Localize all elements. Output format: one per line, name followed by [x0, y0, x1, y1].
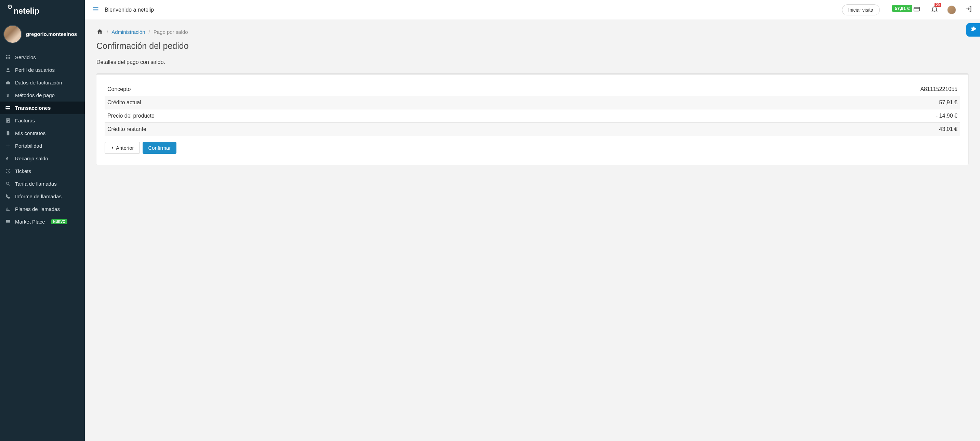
briefcase-icon	[5, 80, 11, 85]
row-value: 43,01 €	[578, 123, 960, 136]
svg-point-1	[9, 6, 10, 7]
sidebar-item-transacciones[interactable]: Transacciones	[0, 102, 85, 114]
sidebar-item-label: Informe de llamadas	[15, 194, 62, 199]
notification-badge: 20	[934, 3, 941, 7]
grid-icon	[5, 55, 11, 60]
topbar: Bienvenido a netelip Iniciar visita 57,9…	[85, 0, 980, 19]
svg-rect-23	[914, 7, 920, 11]
svg-rect-16	[5, 107, 10, 108]
svg-rect-10	[8, 58, 8, 59]
svg-rect-13	[6, 82, 10, 84]
plus-icon	[5, 143, 11, 148]
sidebar-item-planes-de-llamadas[interactable]: Planes de llamadas	[0, 203, 85, 215]
svg-rect-3	[6, 56, 7, 56]
sidebar-item-tickets[interactable]: ?Tickets	[0, 165, 85, 177]
dollar-icon: $	[5, 92, 11, 98]
help-icon: ?	[5, 169, 11, 174]
sidebar-item-label: Planes de llamadas	[15, 206, 60, 212]
row-label: Crédito actual	[105, 96, 578, 110]
brand-logo[interactable]: netelip	[0, 0, 85, 20]
previous-button[interactable]: Anterior	[105, 142, 140, 154]
start-visit-button[interactable]: Iniciar visita	[842, 5, 880, 15]
topbar-title: Bienvenido a netelip	[105, 7, 836, 13]
sidebar-item-recarga-saldo[interactable]: €Recarga saldo	[0, 152, 85, 165]
sidebar-item-label: Transacciones	[15, 105, 51, 111]
user-icon	[5, 67, 11, 72]
sidebar-item-tarifa-de-llamadas[interactable]: Tarifa de llamadas	[0, 177, 85, 190]
svg-text:?: ?	[7, 170, 9, 173]
file-icon	[5, 131, 11, 136]
sidebar-item-label: Datos de facturación	[15, 80, 62, 86]
order-card: ConceptoA81115221055Crédito actual57,91 …	[96, 73, 968, 165]
home-icon[interactable]	[96, 29, 103, 35]
table-row: Crédito actual57,91 €	[105, 96, 960, 110]
breadcrumb-separator: /	[107, 29, 108, 35]
table-row: Crédito restante43,01 €	[105, 123, 960, 136]
row-label: Precio del producto	[105, 110, 578, 123]
sidebar-item-label: Portabilidad	[15, 143, 42, 149]
svg-text:$: $	[6, 93, 9, 97]
page-title: Confirmación del pedido	[96, 41, 968, 51]
svg-rect-11	[9, 58, 10, 59]
breadcrumb-admin-link[interactable]: Administración	[111, 29, 145, 35]
sidebar-item-label: Market Place	[15, 219, 45, 224]
sidebar-item-portabilidad[interactable]: Portabilidad	[0, 140, 85, 152]
balance-badge[interactable]: 57,91 €	[892, 5, 912, 12]
sidebar-item-label: Tickets	[15, 168, 31, 174]
wallet-icon[interactable]	[913, 7, 921, 14]
sidebar-item-label: Perfil de usuarios	[15, 67, 55, 73]
svg-rect-7	[8, 57, 8, 58]
svg-point-12	[7, 68, 9, 70]
sidebar-item-market-place[interactable]: Market PlaceNUEVO	[0, 215, 85, 228]
user-area[interactable]: gregorio.montesinos	[0, 20, 85, 51]
svg-rect-5	[9, 56, 10, 56]
row-label: Crédito restante	[105, 123, 578, 136]
svg-text:€: €	[6, 156, 8, 161]
page-subtitle: Detalles del pago con saldo.	[96, 59, 968, 65]
avatar	[3, 25, 22, 43]
logout-icon[interactable]	[965, 5, 972, 14]
sidebar-item-label: Servicios	[15, 54, 36, 60]
monitor-icon	[5, 219, 11, 224]
svg-rect-15	[5, 106, 10, 110]
breadcrumb-current: Pago por saldo	[154, 29, 188, 35]
username: gregorio.montesinos	[26, 31, 77, 37]
row-value: 57,91 €	[578, 96, 960, 110]
euro-icon: €	[5, 156, 11, 161]
sidebar-item-label: Mis contratos	[15, 130, 46, 136]
sidebar-item-facturas[interactable]: Facturas	[0, 114, 85, 127]
table-row: Precio del producto- 14,90 €	[105, 110, 960, 123]
breadcrumb-separator: /	[149, 29, 150, 35]
sidebar-item-label: Métodos de pago	[15, 92, 55, 98]
chevron-left-icon	[110, 145, 115, 151]
sheet-icon	[5, 118, 11, 123]
content: / Administración / Pago por saldo Confir…	[85, 19, 980, 441]
table-row: ConceptoA81115221055	[105, 83, 960, 96]
sidebar-item-métodos-de-pago[interactable]: $Métodos de pago	[0, 89, 85, 102]
avatar-small[interactable]	[947, 5, 956, 14]
search-icon	[5, 181, 11, 186]
previous-button-label: Anterior	[116, 145, 134, 151]
sidebar-item-mis-contratos[interactable]: Mis contratos	[0, 127, 85, 140]
card-icon	[5, 105, 11, 110]
bell-icon[interactable]: 20	[931, 5, 938, 14]
order-table: ConceptoA81115221055Crédito actual57,91 …	[105, 83, 960, 136]
svg-rect-9	[6, 58, 7, 59]
hamburger-icon[interactable]	[92, 6, 99, 14]
sidebar-item-label: Facturas	[15, 118, 35, 123]
plan-icon	[5, 207, 11, 212]
svg-rect-6	[6, 57, 7, 58]
sidebar-item-label: Tarifa de llamadas	[15, 181, 57, 187]
settings-gear-icon[interactable]	[966, 23, 980, 37]
row-label: Concepto	[105, 83, 578, 96]
row-value: A81115221055	[578, 83, 960, 96]
svg-text:netelip: netelip	[14, 6, 39, 15]
sidebar-item-informe-de-llamadas[interactable]: Informe de llamadas	[0, 190, 85, 203]
sidebar-item-servicios[interactable]: Servicios	[0, 51, 85, 64]
sidebar-item-perfil-de-usuarios[interactable]: Perfil de usuarios	[0, 64, 85, 76]
row-value: - 14,90 €	[578, 110, 960, 123]
svg-rect-4	[8, 56, 8, 56]
svg-point-21	[6, 182, 9, 185]
confirm-button[interactable]: Confirmar	[143, 142, 177, 154]
sidebar-item-datos-de-facturación[interactable]: Datos de facturación	[0, 76, 85, 89]
